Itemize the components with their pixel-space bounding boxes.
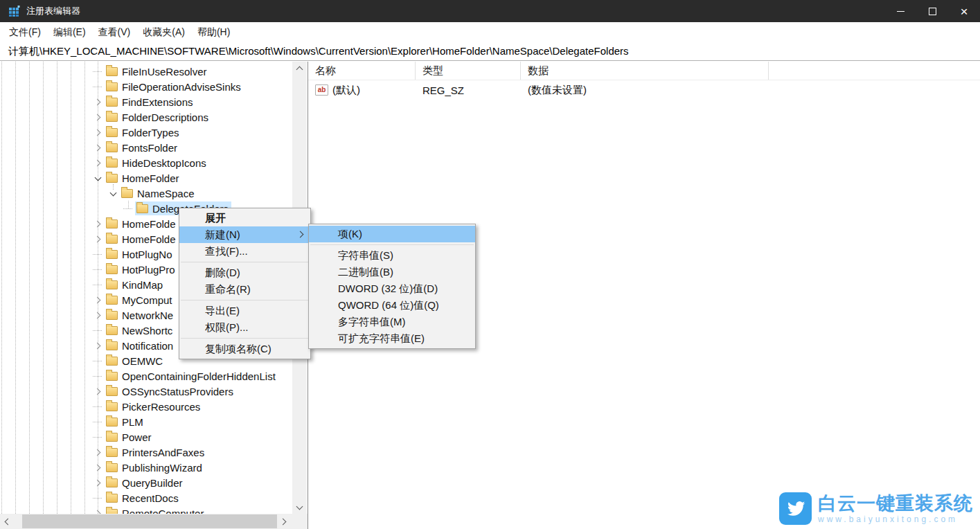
chevron-right-icon[interactable] <box>93 508 103 514</box>
tree-item[interactable]: FileInUseResolver <box>0 64 292 79</box>
chevron-right-icon[interactable] <box>93 310 103 320</box>
menu-item[interactable]: 删除(D) <box>179 264 310 281</box>
tree-horizontal-scrollbar[interactable] <box>0 514 308 529</box>
tree-item-content: RemoteComputer <box>105 506 206 514</box>
tree-item[interactable]: PickerResources <box>0 399 292 414</box>
close-button[interactable]: × <box>948 0 980 22</box>
chevron-right-icon[interactable] <box>93 386 103 396</box>
tree-indent <box>0 391 93 392</box>
chevron-glyph <box>93 235 100 242</box>
tree-item[interactable]: RemoteComputer <box>0 505 292 514</box>
tree-item-content: OEMWC <box>105 354 166 368</box>
chevron-down-icon[interactable] <box>108 188 118 198</box>
scroll-down-icon[interactable] <box>292 501 307 514</box>
menu-item[interactable]: 可扩充字符串值(E) <box>309 330 475 347</box>
registry-value-row[interactable]: ab (默认) REG_SZ (数值未设置) <box>308 82 980 98</box>
tree-item[interactable]: FontsFolder <box>0 140 292 155</box>
tree-item[interactable]: HideDesktopIcons <box>0 155 292 170</box>
tree-item[interactable]: OpenContainingFolderHiddenList <box>0 368 292 384</box>
tree-indent <box>0 208 123 209</box>
tree-item[interactable]: PLM <box>0 414 292 429</box>
chevron-down-icon[interactable] <box>93 173 103 183</box>
menubar-item[interactable]: 查看(V) <box>92 26 137 39</box>
tree-item-label: Notification <box>122 340 173 352</box>
chevron-right-icon[interactable] <box>93 341 103 350</box>
menu-item[interactable]: 项(K) <box>309 226 475 242</box>
menu-item[interactable]: 展开 <box>179 210 310 226</box>
tree-item-content: HotPlugNo <box>105 247 175 261</box>
address-path: 计算机\HKEY_LOCAL_MACHINE\SOFTWARE\Microsof… <box>8 45 629 58</box>
chevron-right-icon[interactable] <box>93 463 103 472</box>
menu-item[interactable]: 新建(N) <box>179 226 310 243</box>
column-header-type[interactable]: 类型 <box>416 62 521 80</box>
tree-item[interactable]: PrintersAndFaxes <box>0 445 292 460</box>
minimize-button[interactable] <box>884 0 916 22</box>
address-bar[interactable]: 计算机\HKEY_LOCAL_MACHINE\SOFTWARE\Microsof… <box>0 43 980 61</box>
column-header-name[interactable]: 名称 <box>308 62 416 80</box>
chevron-glyph <box>93 342 100 349</box>
tree-indent <box>0 163 93 163</box>
chevron-right-icon[interactable] <box>93 112 103 122</box>
chevron-right-icon[interactable] <box>93 143 103 152</box>
menu-item[interactable]: 重命名(R) <box>179 281 310 298</box>
menu-item-label: 新建(N) <box>205 228 240 242</box>
menu-item[interactable]: 复制项名称(C) <box>179 341 310 357</box>
horizontal-scroll-thumb[interactable] <box>22 514 277 528</box>
menubar-item[interactable]: 文件(F) <box>3 26 47 39</box>
menu-item[interactable]: QWORD (64 位)值(Q) <box>309 297 475 314</box>
menu-item-label: 多字符串值(M) <box>338 316 406 329</box>
tree-item[interactable]: RecentDocs <box>0 490 292 505</box>
folder-icon <box>106 494 118 503</box>
minimize-icon <box>897 11 905 12</box>
chevron-right-icon[interactable] <box>93 219 103 228</box>
menu-item-label: 权限(P)... <box>205 321 249 334</box>
tree-connector <box>93 269 102 270</box>
maximize-button[interactable] <box>916 0 948 22</box>
tree-item[interactable]: PublishingWizard <box>0 460 292 475</box>
tree-item[interactable]: FindExtensions <box>0 94 292 109</box>
tree-item[interactable]: Power <box>0 429 292 445</box>
menubar-item[interactable]: 编辑(E) <box>47 26 92 39</box>
chevron-right-icon[interactable] <box>93 234 103 244</box>
tree-item-label: FolderTypes <box>122 127 179 138</box>
tree-item[interactable]: FolderDescriptions <box>0 109 292 125</box>
scroll-left-icon[interactable] <box>0 514 14 529</box>
tree-item-label: FontsFolder <box>122 142 177 154</box>
folder-icon <box>106 402 118 411</box>
menu-item[interactable]: DWORD (32 位)值(D) <box>309 280 475 297</box>
menu-item[interactable]: 权限(P)... <box>179 319 310 336</box>
tree-indent <box>0 376 93 377</box>
tree-item[interactable]: FolderTypes <box>0 125 292 140</box>
scroll-right-icon[interactable] <box>277 514 291 529</box>
chevron-right-icon[interactable] <box>93 158 103 168</box>
menu-item[interactable]: 导出(E) <box>179 303 310 319</box>
tree-indent <box>0 285 93 285</box>
chevron-right-icon[interactable] <box>93 447 103 457</box>
chevron-right-icon[interactable] <box>93 127 103 137</box>
menu-item[interactable]: 查找(F)... <box>179 243 310 260</box>
scroll-up-icon[interactable] <box>292 62 307 75</box>
menu-item[interactable]: 字符串值(S) <box>309 247 475 264</box>
column-header-data[interactable]: 数据 <box>521 62 769 80</box>
menubar-item[interactable]: 帮助(H) <box>191 26 236 39</box>
maximize-icon <box>929 8 936 15</box>
tree-item[interactable]: HomeFolder <box>0 170 292 186</box>
tree-item-content: MyComput <box>105 293 175 307</box>
tree-item[interactable]: OSSyncStatusProviders <box>0 384 292 399</box>
chevron-right-icon[interactable] <box>93 97 103 107</box>
tree-item[interactable]: QueryBuilder <box>0 475 292 490</box>
tree-connector <box>93 71 102 72</box>
menubar-item[interactable]: 收藏夹(A) <box>136 26 191 39</box>
tree-connector <box>93 437 102 438</box>
tree-item[interactable]: NameSpace <box>0 186 292 201</box>
chevron-right-icon[interactable] <box>93 295 103 305</box>
chevron-right-icon[interactable] <box>93 478 103 487</box>
tree-item-content: OpenContainingFolderHiddenList <box>105 369 278 383</box>
chevron-glyph <box>93 479 100 486</box>
tree-item[interactable]: FileOperationAdviseSinks <box>0 79 292 94</box>
menu-item[interactable]: 二进制值(B) <box>309 264 475 280</box>
regedit-window: 注册表编辑器 × 文件(F)编辑(E)查看(V)收藏夹(A)帮助(H) 计算机\… <box>0 0 980 529</box>
menu-item[interactable]: 多字符串值(M) <box>309 314 475 330</box>
window-title: 注册表编辑器 <box>26 5 80 17</box>
chevron-glyph <box>93 464 100 471</box>
